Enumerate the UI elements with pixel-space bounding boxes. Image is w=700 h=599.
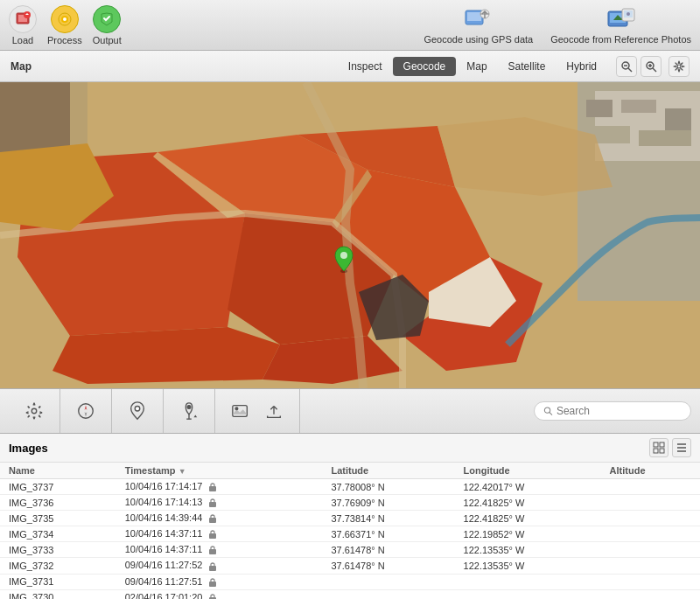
pin-group (164, 389, 215, 433)
table-row[interactable]: IMG_3735 10/04/16 14:39:44 37.73814° N 1… (0, 511, 700, 526)
svg-rect-40 (586, 100, 612, 117)
geocode-ref-icon (606, 6, 637, 32)
geocode-ref-label: Geocode from Reference Photos (550, 34, 691, 45)
cell-timestamp: 10/04/16 17:14:17 (116, 479, 323, 495)
cell-alt (601, 526, 700, 542)
svg-rect-64 (660, 442, 664, 447)
svg-rect-26 (0, 82, 70, 152)
cell-lat (322, 589, 454, 599)
svg-point-55 (187, 406, 191, 409)
pin-button[interactable] (172, 398, 206, 424)
svg-rect-58 (233, 406, 248, 417)
svg-rect-71 (209, 502, 216, 507)
col-altitude[interactable]: Altitude (601, 463, 700, 479)
svg-rect-76 (209, 582, 216, 587)
svg-rect-66 (660, 449, 664, 453)
tab-satellite[interactable]: Satellite (498, 57, 556, 76)
tab-hybrid[interactable]: Hybrid (556, 57, 607, 76)
list-icon (676, 442, 688, 454)
image-group (215, 389, 300, 433)
svg-line-20 (653, 68, 656, 72)
tab-inspect[interactable]: Inspect (338, 57, 393, 76)
cell-lon: 122.41825° W (455, 511, 601, 526)
cell-alt (601, 589, 700, 599)
col-name[interactable]: Name (0, 463, 116, 479)
image-button[interactable] (224, 398, 257, 424)
svg-rect-75 (209, 566, 216, 571)
output-button[interactable]: Output (93, 5, 122, 45)
svg-point-61 (544, 407, 550, 413)
cell-timestamp: 10/04/16 14:39:44 (116, 511, 323, 526)
table-row[interactable]: IMG_3730 02/04/16 17:01:20 (0, 589, 700, 599)
cell-lat: 37.76909° N (322, 495, 454, 511)
cell-lon: 122.41825° W (455, 495, 601, 511)
process-label: Process (47, 35, 82, 45)
cell-name: IMG_3733 (0, 542, 116, 558)
tab-map[interactable]: Map (456, 57, 497, 76)
geocode-gps-button[interactable]: Geocode using GPS data (424, 6, 533, 45)
list-view-button[interactable] (672, 438, 691, 457)
svg-point-49 (340, 252, 347, 259)
upload-button[interactable] (257, 398, 290, 424)
grid-view-button[interactable] (649, 438, 668, 457)
svg-marker-59 (233, 409, 248, 414)
svg-point-54 (135, 407, 140, 412)
toolbar: Load Process Output (0, 0, 700, 51)
table-row[interactable]: IMG_3737 10/04/16 17:14:17 37.78008° N 1… (0, 479, 700, 495)
cell-timestamp: 09/04/16 11:27:51 (116, 574, 323, 589)
grid-icon (653, 442, 665, 454)
toolbar-left: Load Process Output (9, 5, 122, 45)
svg-marker-53 (85, 412, 88, 417)
svg-rect-63 (654, 442, 658, 447)
cell-name: IMG_3736 (0, 495, 116, 511)
cell-lat: 37.73814° N (322, 511, 454, 526)
svg-marker-57 (194, 415, 198, 418)
map-tabs: Inspect Geocode Map Satellite Hybrid (338, 57, 607, 76)
svg-point-5 (63, 17, 66, 21)
map-settings-button[interactable] (668, 56, 690, 77)
col-timestamp[interactable]: Timestamp ▼ (116, 463, 323, 479)
map-header: Map Inspect Geocode Map Satellite Hybrid (0, 51, 700, 82)
tab-geocode[interactable]: Geocode (393, 57, 457, 76)
cell-lat: 37.66371° N (322, 526, 454, 542)
cell-lat: 37.61478° N (322, 558, 454, 574)
svg-rect-42 (665, 108, 691, 130)
svg-rect-65 (654, 449, 658, 453)
settings-button[interactable] (18, 398, 51, 424)
view-buttons (649, 438, 691, 457)
search-input[interactable] (556, 405, 682, 417)
process-button[interactable]: Process (47, 5, 82, 45)
svg-rect-72 (209, 518, 216, 523)
search-box[interactable] (534, 401, 691, 421)
table-row[interactable]: IMG_3736 10/04/16 17:14:13 37.76909° N 1… (0, 495, 700, 511)
table-row[interactable]: IMG_3731 09/04/16 11:27:51 (0, 574, 700, 589)
zoom-out-button[interactable] (616, 56, 637, 77)
output-icon (93, 5, 121, 33)
images-title: Images (9, 442, 649, 455)
table-row[interactable]: IMG_3733 10/04/16 14:37:11 37.61478° N 1… (0, 542, 700, 558)
load-label: Load (12, 35, 33, 45)
load-button[interactable]: Load (9, 5, 37, 45)
map-area[interactable] (0, 82, 700, 388)
map-title: Map (10, 60, 338, 73)
cell-timestamp: 02/04/16 17:01:20 (116, 589, 323, 599)
geocode-ref-button[interactable]: Geocode from Reference Photos (550, 6, 691, 45)
col-longitude[interactable]: Longitude (455, 463, 601, 479)
table-row[interactable]: IMG_3732 09/04/16 11:27:52 37.61478° N 1… (0, 558, 700, 574)
cell-timestamp: 09/04/16 11:27:52 (116, 558, 323, 574)
compass-button[interactable] (69, 398, 102, 424)
bottom-toolbar (0, 388, 700, 434)
location-button[interactable] (121, 398, 154, 424)
cell-alt (601, 511, 700, 526)
cell-lon: 122.13535° W (455, 558, 601, 574)
cell-lat (322, 574, 454, 589)
cell-lat: 37.78008° N (322, 479, 454, 495)
svg-marker-52 (85, 406, 88, 411)
table-row[interactable]: IMG_3734 10/04/16 14:37:11 37.66371° N 1… (0, 526, 700, 542)
col-latitude[interactable]: Latitude (322, 463, 454, 479)
cell-name: IMG_3731 (0, 574, 116, 589)
zoom-in-button[interactable] (640, 56, 662, 77)
cell-timestamp: 10/04/16 14:37:11 (116, 542, 323, 558)
images-table: Name Timestamp ▼ Latitude Longitude Alti… (0, 463, 700, 599)
cell-lon: 122.13535° W (455, 542, 601, 558)
